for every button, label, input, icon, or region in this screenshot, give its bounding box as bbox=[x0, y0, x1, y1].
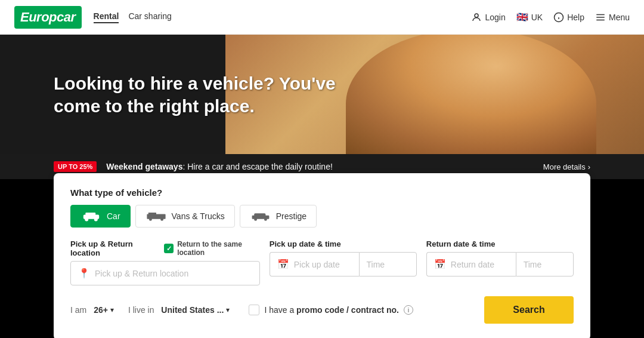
country-dropdown-icon: ▾ bbox=[226, 306, 230, 314]
pickup-location-input[interactable]: 📍 Pick up & Return location bbox=[70, 261, 260, 285]
svg-point-13 bbox=[149, 218, 152, 221]
pickup-location-group: Pick up & Return location Return to the … bbox=[70, 239, 260, 285]
pickup-time-placeholder: Time bbox=[367, 260, 385, 269]
return-calendar-icon: 📅 bbox=[434, 259, 446, 270]
location-pin-icon: 📍 bbox=[78, 268, 90, 279]
main-nav: Rental Car sharing bbox=[94, 11, 472, 23]
person-icon bbox=[471, 12, 482, 23]
country-prefix: I live in bbox=[128, 305, 154, 315]
svg-point-18 bbox=[264, 218, 267, 221]
nav-car-sharing[interactable]: Car sharing bbox=[128, 11, 171, 23]
help-button[interactable]: Help bbox=[553, 12, 584, 23]
svg-rect-8 bbox=[85, 213, 95, 216]
prestige-car-icon bbox=[250, 210, 271, 222]
login-button[interactable]: Login bbox=[471, 12, 505, 23]
logo[interactable]: Europcar bbox=[14, 6, 82, 29]
logo-text: Europcar bbox=[20, 10, 76, 24]
svg-point-9 bbox=[85, 217, 88, 221]
pickup-location-label: Pick up & Return location bbox=[70, 239, 154, 257]
pickup-location-placeholder: Pick up & Return location bbox=[95, 269, 188, 278]
svg-rect-16 bbox=[254, 213, 265, 216]
hero-person-image bbox=[346, 35, 596, 154]
nav-rental[interactable]: Rental bbox=[94, 11, 119, 23]
pickup-location-label-row: Pick up & Return location Return to the … bbox=[70, 239, 260, 257]
age-value: 26+ bbox=[94, 305, 108, 315]
region-label: UK bbox=[531, 13, 543, 22]
promo-body: : Hire a car and escape the daily routin… bbox=[182, 162, 332, 171]
same-location-check[interactable]: Return to the same location bbox=[164, 240, 260, 257]
age-dropdown-icon: ▾ bbox=[110, 306, 114, 314]
hero-headline: Looking to hire a vehicle? You've come t… bbox=[54, 72, 340, 117]
same-location-label: Return to the same location bbox=[177, 240, 260, 257]
age-prefix: I am bbox=[70, 305, 86, 315]
tab-car-label: Car bbox=[107, 211, 120, 221]
country-selector[interactable]: I live in United States ... ▾ bbox=[128, 305, 230, 315]
promo-message: Weekend getaways: Hire a car and escape … bbox=[106, 162, 534, 171]
return-date-group: Return date & time 📅 Return date Time bbox=[426, 239, 574, 276]
tab-prestige[interactable]: Prestige bbox=[240, 205, 317, 228]
vehicle-type-tabs: Car Vans & Trucks Prestige bbox=[70, 205, 574, 228]
van-icon bbox=[145, 210, 167, 222]
menu-label: Menu bbox=[609, 13, 630, 22]
vehicle-type-label: What type of vehicle? bbox=[70, 188, 574, 198]
tab-prestige-label: Prestige bbox=[276, 211, 306, 221]
svg-rect-12 bbox=[148, 213, 156, 216]
search-button[interactable]: Search bbox=[484, 296, 574, 324]
hamburger-icon bbox=[595, 12, 606, 23]
promo-more-details[interactable]: More details › bbox=[543, 162, 590, 171]
flag-icon: 🇬🇧 bbox=[516, 11, 528, 23]
tab-car[interactable]: Car bbox=[70, 205, 131, 228]
promo-code-group: I have a promo code / contract no. i bbox=[249, 305, 413, 315]
help-label: Help bbox=[567, 13, 584, 22]
promo-label: I have a promo code / contract no. bbox=[264, 305, 399, 315]
region-selector[interactable]: 🇬🇧 UK bbox=[516, 11, 543, 23]
return-date-input[interactable]: 📅 Return date bbox=[426, 252, 516, 276]
return-date-label: Return date & time bbox=[426, 239, 574, 248]
calendar-icon: 📅 bbox=[277, 259, 289, 270]
promo-badge: UP TO 25% bbox=[54, 161, 97, 172]
promo-label-pre: I have a bbox=[264, 305, 296, 315]
pickup-date-label: Pick up date & time bbox=[270, 239, 417, 248]
age-selector[interactable]: I am 26+ ▾ bbox=[70, 305, 114, 315]
login-label: Login bbox=[485, 13, 505, 22]
hero-section: Looking to hire a vehicle? You've come t… bbox=[0, 35, 644, 154]
header-actions: Login 🇬🇧 UK Help Menu bbox=[471, 11, 630, 23]
info-icon bbox=[553, 12, 564, 23]
tab-vans[interactable]: Vans & Trucks bbox=[135, 205, 235, 228]
car-icon bbox=[80, 210, 102, 222]
svg-point-17 bbox=[254, 218, 257, 221]
hero-text-block: Looking to hire a vehicle? You've come t… bbox=[54, 72, 340, 117]
return-time-input[interactable]: Time bbox=[516, 252, 574, 276]
svg-point-0 bbox=[475, 14, 478, 17]
pickup-date-placeholder: Pick up date bbox=[294, 260, 340, 269]
return-time-placeholder: Time bbox=[524, 260, 542, 269]
pickup-time-input[interactable]: Time bbox=[359, 252, 417, 276]
options-row: I am 26+ ▾ I live in United States ... ▾… bbox=[70, 296, 574, 324]
pickup-date-time: 📅 Pick up date Time bbox=[270, 252, 417, 276]
return-date-time: 📅 Return date Time bbox=[426, 252, 574, 276]
country-value: United States ... bbox=[161, 305, 224, 315]
tab-vans-label: Vans & Trucks bbox=[172, 211, 225, 221]
svg-point-14 bbox=[160, 218, 163, 221]
promo-label-bold: promo code / contract no. bbox=[296, 305, 399, 315]
booking-form: What type of vehicle? Car Vans & Trucks bbox=[54, 173, 590, 338]
pickup-date-group: Pick up date & time 📅 Pick up date Time bbox=[270, 239, 417, 276]
promo-checkbox[interactable] bbox=[249, 305, 259, 315]
promo-info-icon[interactable]: i bbox=[404, 305, 413, 315]
same-location-checkbox[interactable] bbox=[164, 244, 174, 253]
pickup-date-input[interactable]: 📅 Pick up date bbox=[270, 252, 359, 276]
promo-title: Weekend getaways bbox=[106, 162, 182, 171]
return-date-placeholder: Return date bbox=[451, 260, 494, 269]
chevron-right-icon: › bbox=[588, 162, 590, 171]
booking-fields-row: Pick up & Return location Return to the … bbox=[70, 239, 574, 285]
svg-point-10 bbox=[94, 217, 98, 221]
header: Europcar Rental Car sharing Login 🇬🇧 UK … bbox=[0, 0, 644, 35]
menu-button[interactable]: Menu bbox=[595, 12, 630, 23]
